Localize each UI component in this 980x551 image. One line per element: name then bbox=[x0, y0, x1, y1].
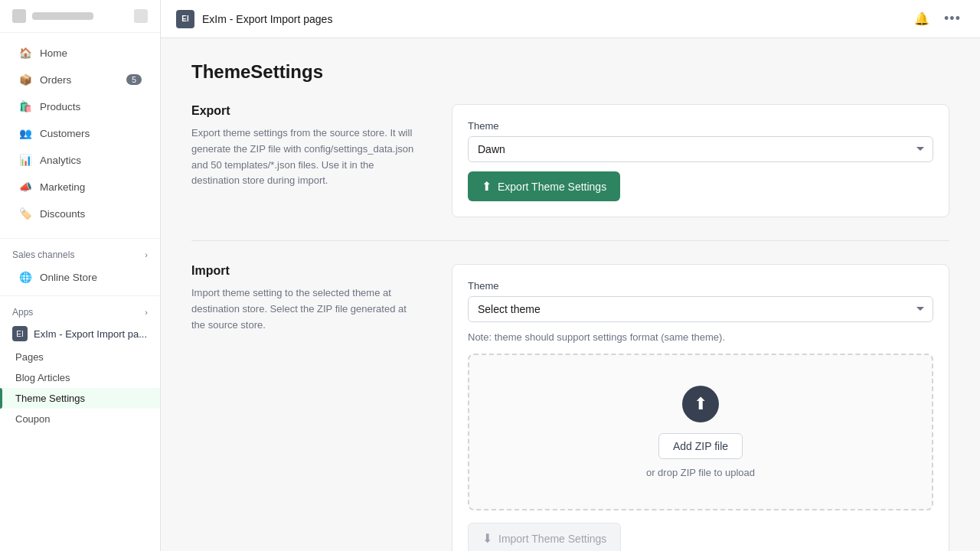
export-theme-label: Theme bbox=[468, 120, 933, 132]
import-card: Theme Select theme Dawn Craft Sense Note… bbox=[452, 264, 949, 551]
sidebar-nav: 🏠 Home 📦 Orders 5 🛍️ Products 👥 Customer… bbox=[0, 33, 160, 233]
export-section-left: Export Export theme settings from the so… bbox=[191, 104, 421, 217]
export-heading: Export bbox=[191, 104, 421, 118]
page-title: ThemeSettings bbox=[191, 61, 949, 83]
analytics-icon: 📊 bbox=[18, 153, 32, 167]
sidebar-item-theme-settings[interactable]: Theme Settings bbox=[0, 388, 160, 409]
import-theme-select[interactable]: Select theme Dawn Craft Sense bbox=[468, 296, 933, 322]
upload-icon: ⬆ bbox=[682, 386, 719, 422]
sidebar-item-analytics[interactable]: 📊 Analytics bbox=[6, 147, 154, 173]
import-theme-field: Theme Select theme Dawn Craft Sense bbox=[468, 280, 933, 322]
sidebar-divider-2 bbox=[0, 295, 160, 296]
export-button-label: Export Theme Settings bbox=[498, 181, 606, 193]
sidebar-logo bbox=[0, 0, 160, 33]
home-icon: 🏠 bbox=[18, 46, 32, 60]
import-theme-label: Theme bbox=[468, 280, 933, 292]
sidebar-item-theme-settings-label: Theme Settings bbox=[15, 393, 85, 404]
sidebar-toggle-icon[interactable] bbox=[134, 9, 148, 23]
online-store-icon: 🌐 bbox=[18, 270, 32, 284]
sidebar-item-products[interactable]: 🛍️ Products bbox=[6, 93, 154, 119]
bell-icon: 🔔 bbox=[914, 11, 929, 26]
customers-icon: 👥 bbox=[18, 126, 32, 140]
sidebar-item-products-label: Products bbox=[40, 101, 80, 112]
export-theme-settings-button[interactable]: ⬆ Export Theme Settings bbox=[468, 171, 620, 201]
sidebar-item-blog-articles[interactable]: Blog Articles bbox=[0, 367, 160, 388]
orders-icon: 📦 bbox=[18, 73, 32, 86]
import-description: Import theme setting to the selected the… bbox=[191, 285, 421, 333]
export-upload-icon: ⬆ bbox=[482, 179, 492, 194]
sidebar-item-marketing-label: Marketing bbox=[40, 181, 85, 193]
topbar-app-icon: EI bbox=[176, 10, 194, 28]
import-section-right: Theme Select theme Dawn Craft Sense Note… bbox=[452, 264, 949, 551]
topbar: EI ExIm - Export Import pages 🔔 ••• bbox=[161, 0, 980, 38]
export-theme-field: Theme Dawn Craft Sense bbox=[468, 120, 933, 162]
add-zip-button[interactable]: Add ZIP file bbox=[658, 433, 743, 459]
sidebar-item-orders[interactable]: 📦 Orders 5 bbox=[6, 67, 154, 93]
drop-zone-text: or drop ZIP file to upload bbox=[646, 467, 755, 478]
store-name-placeholder bbox=[32, 12, 93, 20]
import-button-label: Import Theme Settings bbox=[498, 533, 606, 545]
export-section-right: Theme Dawn Craft Sense ⬆ Export Theme Se… bbox=[452, 104, 949, 217]
sales-channels-section[interactable]: Sales channels › bbox=[0, 243, 160, 263]
sidebar-item-coupon-label: Coupon bbox=[15, 413, 51, 425]
app-main-label: ExIm - Export Import pa... bbox=[34, 328, 148, 340]
export-card: Theme Dawn Craft Sense ⬆ Export Theme Se… bbox=[452, 104, 949, 217]
apps-label: Apps bbox=[12, 307, 33, 318]
import-note-text: Note: theme should support settings form… bbox=[468, 331, 933, 343]
topbar-title: ExIm - Export Import pages bbox=[202, 13, 332, 25]
products-icon: 🛍️ bbox=[18, 99, 32, 113]
sidebar-item-marketing[interactable]: 📣 Marketing bbox=[6, 174, 154, 200]
discounts-icon: 🏷️ bbox=[18, 207, 32, 220]
sidebar-item-home[interactable]: 🏠 Home bbox=[6, 40, 154, 66]
topbar-actions: 🔔 ••• bbox=[910, 7, 965, 31]
app-main-icon: EI bbox=[12, 326, 28, 341]
sidebar-item-customers-label: Customers bbox=[40, 128, 90, 139]
sidebar: 🏠 Home 📦 Orders 5 🛍️ Products 👥 Customer… bbox=[0, 0, 161, 551]
sidebar-item-home-label: Home bbox=[40, 47, 67, 59]
sidebar-item-online-store-label: Online Store bbox=[40, 272, 97, 283]
import-section-left: Import Import theme setting to the selec… bbox=[191, 264, 421, 551]
sidebar-divider-1 bbox=[0, 238, 160, 239]
active-indicator bbox=[0, 388, 2, 409]
export-theme-select[interactable]: Dawn Craft Sense bbox=[468, 136, 933, 162]
import-heading: Import bbox=[191, 264, 421, 278]
sidebar-item-customers[interactable]: 👥 Customers bbox=[6, 120, 154, 146]
sidebar-item-pages[interactable]: Pages bbox=[0, 347, 160, 367]
sales-channels-label: Sales channels bbox=[12, 249, 74, 260]
store-logo-icon bbox=[12, 9, 26, 23]
import-download-icon: ⬇ bbox=[482, 531, 492, 546]
marketing-icon: 📣 bbox=[18, 180, 32, 194]
export-description: Export theme settings from the source st… bbox=[191, 126, 421, 189]
sidebar-item-pages-label: Pages bbox=[15, 351, 44, 363]
topbar-app-icon-text: EI bbox=[181, 15, 188, 23]
zip-dropzone[interactable]: ⬆ Add ZIP file or drop ZIP file to uploa… bbox=[468, 354, 933, 510]
import-theme-settings-button[interactable]: ⬇ Import Theme Settings bbox=[468, 523, 621, 551]
sidebar-item-analytics-label: Analytics bbox=[40, 155, 81, 166]
add-zip-label: Add ZIP file bbox=[673, 440, 728, 452]
app-main-item[interactable]: EI ExIm - Export Import pa... bbox=[0, 321, 160, 347]
sidebar-item-orders-label: Orders bbox=[40, 74, 71, 86]
orders-badge: 5 bbox=[126, 74, 142, 85]
sidebar-item-blog-articles-label: Blog Articles bbox=[15, 372, 70, 383]
export-section: Export Export theme settings from the so… bbox=[191, 104, 949, 241]
sidebar-item-coupon[interactable]: Coupon bbox=[0, 409, 160, 429]
apps-section[interactable]: Apps › bbox=[0, 301, 160, 321]
apps-chevron: › bbox=[145, 308, 148, 317]
main-content: EI ExIm - Export Import pages 🔔 ••• Them… bbox=[161, 0, 980, 551]
sidebar-item-discounts-label: Discounts bbox=[40, 208, 85, 220]
notification-button[interactable]: 🔔 bbox=[910, 7, 934, 31]
dots-icon: ••• bbox=[944, 11, 961, 27]
sidebar-item-discounts[interactable]: 🏷️ Discounts bbox=[6, 201, 154, 227]
more-options-button[interactable]: ••• bbox=[940, 7, 965, 31]
sales-channels-chevron: › bbox=[145, 250, 148, 259]
import-section: Import Import theme setting to the selec… bbox=[191, 264, 949, 551]
page-content: ThemeSettings Export Export theme settin… bbox=[161, 38, 980, 551]
sidebar-item-online-store[interactable]: 🌐 Online Store bbox=[6, 264, 154, 290]
